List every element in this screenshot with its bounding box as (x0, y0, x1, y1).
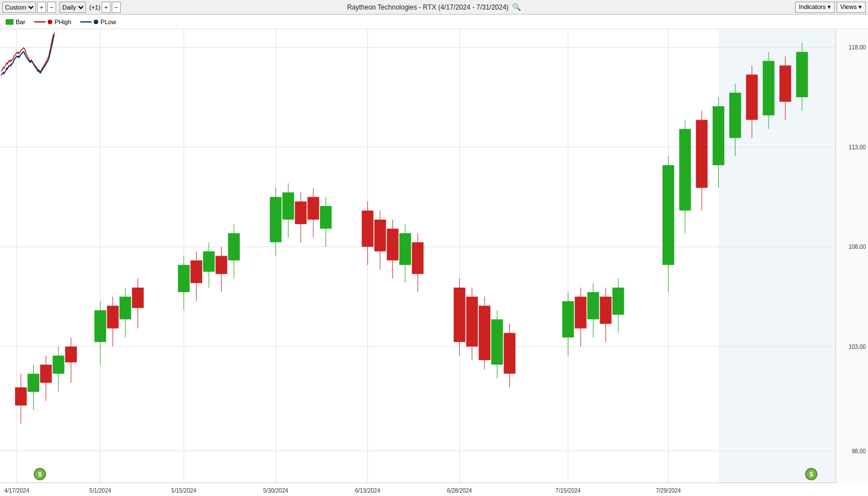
x-label-715: 7/15/2024 (556, 488, 581, 494)
indicators-button[interactable]: Indicators ▾ (795, 2, 835, 13)
interval-select[interactable]: Daily (60, 2, 86, 13)
svg-rect-65 (466, 297, 478, 347)
svg-rect-67 (479, 306, 491, 360)
svg-rect-37 (203, 251, 215, 271)
increment-add-btn[interactable]: + (102, 2, 111, 13)
svg-rect-81 (613, 288, 624, 315)
svg-rect-77 (587, 292, 599, 319)
svg-rect-47 (295, 202, 307, 224)
svg-rect-63 (454, 288, 465, 342)
svg-rect-19 (40, 365, 52, 383)
chart-svg (0, 29, 835, 483)
chart-type-add-btn[interactable]: + (37, 2, 46, 13)
bar-label: Bar (16, 19, 25, 25)
x-label-530: 5/30/2024 (263, 488, 289, 494)
dollar-icon-right[interactable]: $ (805, 468, 817, 480)
views-button[interactable]: Views ▾ (837, 2, 866, 13)
phigh-line-icon (34, 21, 45, 22)
chart-type-select[interactable]: Custom (2, 2, 36, 13)
y-label-118: 118.00 (848, 44, 866, 51)
svg-rect-89 (712, 106, 724, 165)
svg-rect-83 (663, 165, 674, 265)
phigh-dot-icon (48, 20, 52, 24)
x-label-51: 5/1/2024 (89, 488, 111, 494)
svg-rect-97 (779, 66, 791, 102)
svg-rect-87 (696, 120, 708, 188)
y-label-103: 103.00 (848, 343, 866, 349)
x-label-613: 6/13/2024 (355, 488, 380, 494)
x-axis: 4/17/2024 5/1/2024 5/15/2024 5/30/2024 6… (0, 483, 835, 496)
svg-rect-27 (107, 306, 118, 328)
svg-rect-33 (178, 265, 190, 292)
chart-container: 118.00 113.00 108.00 103.00 98.00 (0, 29, 868, 496)
svg-rect-69 (491, 319, 503, 365)
svg-rect-45 (282, 193, 294, 220)
svg-rect-85 (679, 129, 691, 211)
x-label-628: 6/28/2024 (447, 488, 472, 494)
svg-rect-73 (562, 301, 574, 338)
y-axis: 118.00 113.00 108.00 103.00 98.00 (835, 29, 868, 483)
legend-bar-item: Bar (6, 19, 25, 25)
phigh-label: PHigh (54, 19, 71, 25)
y-label-98: 98.00 (852, 448, 866, 454)
search-icon[interactable]: 🔍 (512, 3, 521, 11)
svg-rect-61 (412, 242, 424, 274)
svg-rect-95 (763, 61, 775, 115)
svg-rect-31 (132, 288, 144, 308)
x-label-729: 7/29/2024 (656, 488, 681, 494)
svg-rect-55 (374, 220, 386, 251)
y-label-108: 108.00 (848, 244, 866, 250)
legend-plow-item: PLow (80, 19, 116, 25)
svg-rect-49 (308, 197, 319, 220)
legend-bar: Bar PHigh PLow (0, 15, 868, 29)
svg-rect-43 (270, 197, 282, 243)
svg-rect-15 (15, 388, 27, 406)
svg-rect-35 (190, 261, 202, 283)
plow-line-icon (80, 21, 92, 22)
svg-rect-75 (575, 297, 587, 328)
svg-rect-59 (399, 233, 411, 265)
y-label-113: 113.00 (848, 144, 866, 150)
chart-title: Raytheon Technologies - RTX (4/17/2024 -… (347, 3, 521, 11)
svg-rect-17 (28, 374, 39, 392)
plow-label: PLow (100, 19, 116, 25)
svg-rect-21 (53, 356, 65, 374)
svg-rect-93 (746, 75, 758, 120)
svg-rect-39 (216, 256, 227, 274)
x-label-417: 4/17/2024 (4, 488, 30, 494)
svg-rect-99 (796, 52, 808, 97)
legend-phigh-item: PHigh (34, 19, 71, 25)
svg-rect-91 (729, 93, 741, 138)
svg-rect-51 (320, 206, 332, 229)
increment-label: (+1) (89, 4, 100, 11)
bar-color-icon (6, 19, 13, 25)
plow-dot-icon (94, 20, 98, 24)
increment-remove-btn[interactable]: − (112, 2, 121, 13)
svg-rect-71 (504, 333, 515, 374)
dollar-icon-left[interactable]: $ (34, 468, 46, 480)
chart-type-remove-btn[interactable]: − (47, 2, 56, 13)
svg-rect-79 (600, 297, 611, 324)
svg-rect-29 (120, 297, 131, 319)
svg-rect-23 (65, 347, 77, 362)
svg-rect-25 (94, 310, 106, 342)
svg-rect-53 (362, 211, 373, 247)
svg-rect-57 (387, 229, 399, 260)
x-label-515: 5/15/2024 (171, 488, 197, 494)
svg-rect-41 (228, 233, 240, 260)
